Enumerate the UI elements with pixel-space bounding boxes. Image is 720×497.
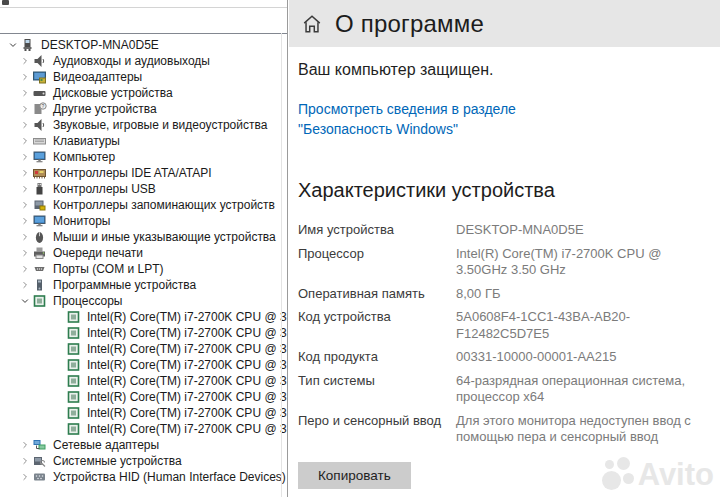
device-tree[interactable]: DESKTOP-MNA0D5EАудиовходы и аудиовыходыВ… — [0, 33, 287, 497]
device-manager-window: DESKTOP-MNA0D5EАудиовходы и аудиовыходыВ… — [0, 0, 288, 497]
chevron-right-icon[interactable] — [18, 102, 32, 116]
cpu-icon — [66, 310, 81, 324]
chevron-right-icon[interactable] — [18, 198, 32, 212]
storage-controller-icon — [32, 198, 47, 212]
chevron-right-icon[interactable] — [18, 278, 32, 292]
spec-row: Код устройства5A0608F4-1CC1-43BA-AB20-F1… — [298, 309, 712, 342]
tree-item[interactable]: Клавиатуры — [0, 133, 287, 149]
tree-item[interactable]: Звуковые, игровые и видеоустройства — [0, 117, 287, 133]
tree-item[interactable]: Intel(R) Core(TM) i7-2700K CPU @ 3.50GHz — [0, 341, 287, 357]
tree-item[interactable]: ?Другие устройства — [0, 101, 287, 117]
monitor-icon — [32, 214, 47, 228]
tree-item-label: Видеоадаптеры — [53, 70, 142, 84]
tree-item[interactable]: Устройства HID (Human Interface Devices) — [0, 469, 287, 485]
chevron-right-icon[interactable] — [18, 70, 32, 84]
tree-item[interactable]: Порты (COM и LPT) — [0, 261, 287, 277]
spec-value: Для этого монитора недоступен ввод с пом… — [456, 413, 712, 446]
tree-item[interactable]: Intel(R) Core(TM) i7-2700K CPU @ 3.50GHz — [0, 421, 287, 437]
tree-item[interactable]: Intel(R) Core(TM) i7-2700K CPU @ 3.50GHz — [0, 309, 287, 325]
tree-item-label: Intel(R) Core(TM) i7-2700K CPU @ 3.50GHz — [87, 390, 287, 404]
tree-item-label: Очереди печати — [53, 246, 143, 260]
chevron-placeholder — [52, 326, 66, 340]
about-body: Ваш компьютер защищен. Просмотреть сведе… — [298, 47, 712, 497]
chevron-placeholder — [52, 342, 66, 356]
spec-row: Оперативная память8,00 ГБ — [298, 286, 712, 303]
chevron-right-icon[interactable] — [18, 470, 32, 484]
chevron-right-icon[interactable] — [18, 86, 32, 100]
tree-item-label: Устройства HID (Human Interface Devices) — [53, 470, 286, 484]
tree-item[interactable]: Intel(R) Core(TM) i7-2700K CPU @ 3.50GHz — [0, 389, 287, 405]
spec-label: Код устройства — [298, 309, 456, 342]
chevron-right-icon[interactable] — [18, 134, 32, 148]
chevron-right-icon[interactable] — [18, 214, 32, 228]
spec-value: 64-разрядная операционная система, проце… — [456, 373, 712, 406]
tree-item[interactable]: Intel(R) Core(TM) i7-2700K CPU @ 3.50GHz — [0, 325, 287, 341]
tree-item[interactable]: Видеоадаптеры — [0, 69, 287, 85]
chevron-down-icon[interactable] — [6, 38, 20, 52]
chevron-right-icon[interactable] — [18, 118, 32, 132]
ide-controller-icon — [32, 166, 47, 180]
spec-label: Оперативная память — [298, 286, 456, 303]
chevron-right-icon[interactable] — [18, 454, 32, 468]
tree-item[interactable]: Дисковые устройства — [0, 85, 287, 101]
tree-item[interactable]: Программные устройства — [0, 277, 287, 293]
cpu-icon — [66, 406, 81, 420]
tree-item[interactable]: Мыши и иные указывающие устройства — [0, 229, 287, 245]
windows-security-link[interactable]: Просмотреть сведения в разделе "Безопасн… — [298, 99, 598, 139]
svg-text:?: ? — [42, 103, 45, 109]
chevron-right-icon[interactable] — [18, 166, 32, 180]
tree-item-label: Компьютер — [53, 150, 115, 164]
tree-item[interactable]: Контроллеры запоминающих устройств — [0, 197, 287, 213]
tree-item-label: Контроллеры IDE ATA/ATAPI — [53, 166, 212, 180]
tree-item[interactable]: Intel(R) Core(TM) i7-2700K CPU @ 3.50GHz — [0, 405, 287, 421]
tree-item[interactable]: Сетевые адаптеры — [0, 437, 287, 453]
spec-label: Тип системы — [298, 373, 456, 406]
tree-item-label: Intel(R) Core(TM) i7-2700K CPU @ 3.50GHz — [87, 342, 287, 356]
spec-row: Тип системы64-разрядная операционная сис… — [298, 373, 712, 406]
tree-item[interactable]: Компьютер — [0, 149, 287, 165]
home-icon[interactable] — [301, 13, 323, 35]
chevron-right-icon[interactable] — [18, 54, 32, 68]
device-specs-table: Имя устройстваDESKTOP-MNA0D5EПроцессорIn… — [298, 222, 712, 446]
video-adapter-icon — [32, 70, 47, 84]
tree-item[interactable]: Мониторы — [0, 213, 287, 229]
copy-button[interactable]: Копировать — [298, 462, 411, 489]
chevron-right-icon[interactable] — [18, 230, 32, 244]
tree-item-label: Мониторы — [53, 214, 110, 228]
cpu-icon — [66, 422, 81, 436]
tree-item[interactable]: Контроллеры IDE ATA/ATAPI — [0, 165, 287, 181]
spec-row: Перо и сенсорный вводДля этого монитора … — [298, 413, 712, 446]
monitor-icon — [32, 150, 47, 164]
spec-row: Код продукта00331-10000-00001-AA215 — [298, 349, 712, 366]
disk-icon — [32, 86, 47, 100]
chevron-right-icon[interactable] — [18, 182, 32, 196]
tree-item[interactable]: Intel(R) Core(TM) i7-2700K CPU @ 3.50GHz — [0, 357, 287, 373]
tree-item[interactable]: Системные устройства — [0, 453, 287, 469]
printer-icon — [32, 246, 47, 260]
cpu-icon — [66, 342, 81, 356]
usb-icon — [32, 182, 47, 196]
spec-row: Имя устройстваDESKTOP-MNA0D5E — [298, 222, 712, 239]
tree-item[interactable]: Очереди печати — [0, 245, 287, 261]
toolbar-area — [0, 9, 287, 33]
tree-item[interactable]: Процессоры — [0, 293, 287, 309]
chevron-right-icon[interactable] — [18, 262, 32, 276]
spec-value: Intel(R) Core(TM) i7-2700K CPU @ 3.50GHz… — [456, 246, 712, 279]
software-device-icon — [32, 278, 47, 292]
tree-item-label: Порты (COM и LPT) — [53, 262, 164, 276]
screenshot-root: DESKTOP-MNA0D5EАудиовходы и аудиовыходыВ… — [0, 0, 720, 497]
chevron-placeholder — [52, 390, 66, 404]
tree-item-label: Сетевые адаптеры — [53, 438, 159, 452]
tree-item[interactable]: DESKTOP-MNA0D5E — [0, 37, 287, 53]
chevron-right-icon[interactable] — [18, 438, 32, 452]
tree-item[interactable]: Аудиовходы и аудиовыходы — [0, 53, 287, 69]
about-header: О программе — [289, 0, 720, 47]
hid-icon — [32, 470, 47, 484]
chevron-down-icon[interactable] — [18, 294, 32, 308]
chevron-right-icon[interactable] — [18, 246, 32, 260]
tree-item[interactable]: Контроллеры USB — [0, 181, 287, 197]
spec-value: 8,00 ГБ — [456, 286, 712, 303]
cpu-icon — [66, 358, 81, 372]
chevron-right-icon[interactable] — [18, 150, 32, 164]
tree-item[interactable]: Intel(R) Core(TM) i7-2700K CPU @ 3.50GHz — [0, 373, 287, 389]
